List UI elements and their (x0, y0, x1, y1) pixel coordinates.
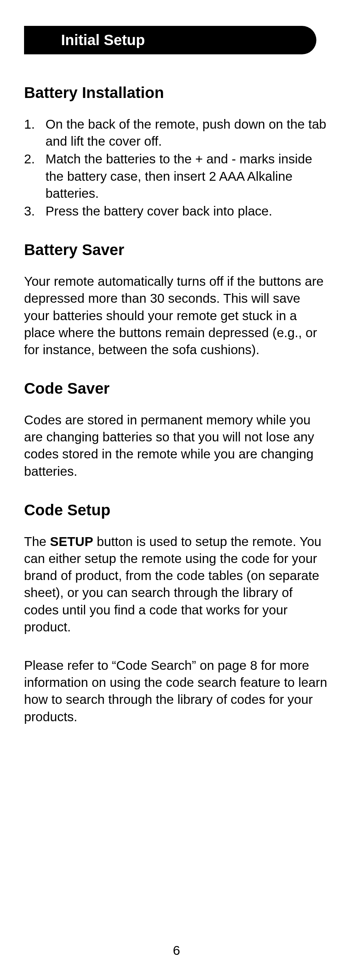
page-header-tab: Initial Setup (24, 26, 316, 54)
setup-button-label: SETUP (50, 534, 93, 549)
heading-code-saver: Code Saver (24, 380, 329, 398)
heading-battery-installation: Battery Installation (24, 84, 329, 102)
code-setup-text: The (24, 534, 50, 549)
list-item: Match the batteries to the + and - marks… (24, 150, 329, 202)
battery-installation-steps: On the back of the remote, push down on … (24, 116, 329, 220)
heading-battery-saver: Battery Saver (24, 241, 329, 259)
battery-saver-body: Your remote automatically turns off if t… (24, 273, 329, 358)
list-item: On the back of the remote, push down on … (24, 116, 329, 150)
code-saver-body: Codes are stored in permanent memory whi… (24, 412, 329, 480)
page-header-title: Initial Setup (61, 32, 145, 48)
page-number: 6 (0, 943, 353, 958)
heading-code-setup: Code Setup (24, 501, 329, 519)
code-setup-para2: Please refer to “Code Search” on page 8 … (24, 657, 329, 725)
list-item: Press the battery cover back into place. (24, 202, 329, 220)
code-setup-para1: The SETUP button is used to setup the re… (24, 533, 329, 635)
code-setup-text: button is used to setup the remote. You … (24, 534, 321, 634)
